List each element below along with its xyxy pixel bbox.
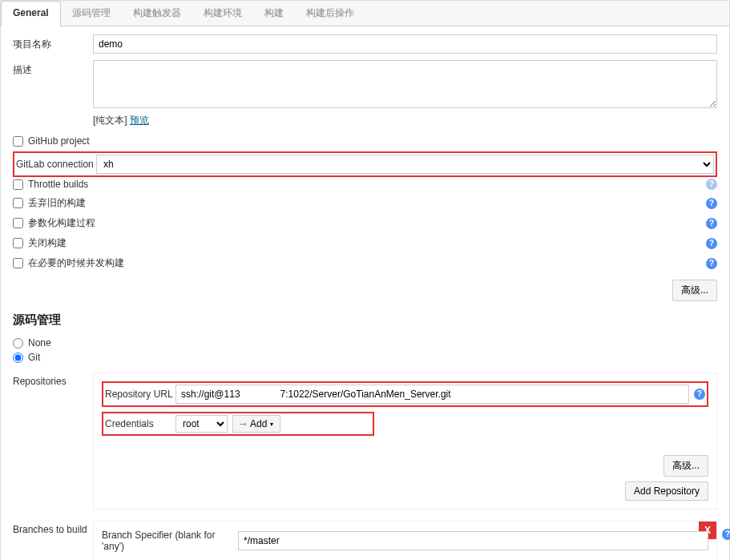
repo-advanced-button[interactable]: 高级... (663, 455, 708, 477)
help-icon[interactable]: ? (722, 529, 730, 540)
credentials-label: Credentials (105, 418, 175, 429)
help-icon[interactable]: ? (706, 218, 717, 229)
add-credentials-label: Add (250, 418, 267, 429)
branch-panel: X Branch Specifier (blank for 'any') (93, 521, 717, 560)
credentials-highlight: Credentials root ⊸ Add ▾ (102, 412, 374, 436)
tab-general[interactable]: General (1, 1, 61, 26)
help-icon[interactable]: ? (706, 258, 717, 269)
repository-panel: Repository URL ? Credentials (93, 373, 717, 510)
description-label: 描述 (13, 60, 93, 77)
gitlab-connection-highlight: GitLab connection xh (13, 151, 717, 177)
concurrent-checkbox[interactable] (13, 258, 23, 268)
parametrize-label: 参数化构建过程 (28, 216, 95, 230)
branch-spec-label: Branch Specifier (blank for 'any') (102, 530, 238, 552)
preview-link[interactable]: 预览 (130, 115, 149, 126)
gitlab-connection-label: GitLab connection (16, 159, 96, 170)
tab-scm[interactable]: 源码管理 (61, 1, 122, 26)
throttle-label: Throttle builds (28, 179, 88, 190)
scm-none-radio[interactable] (13, 338, 23, 348)
disable-build-checkbox[interactable] (13, 238, 23, 248)
description-textarea[interactable] (93, 60, 717, 108)
branch-spec-input[interactable] (238, 531, 708, 550)
throttle-checkbox[interactable] (13, 179, 23, 190)
repo-url-highlight: Repository URL ? (102, 381, 708, 407)
tab-triggers[interactable]: 构建触发器 (122, 1, 192, 26)
plaintext-note: [纯文本] (93, 115, 130, 126)
scm-git-label: Git (28, 352, 40, 363)
concurrent-label: 在必要的时候并发构建 (28, 256, 124, 270)
disable-build-label: 关闭构建 (28, 236, 67, 250)
scm-section-title: 源码管理 (13, 312, 717, 328)
repo-url-label: Repository URL (105, 389, 175, 400)
tab-build[interactable]: 构建 (253, 1, 295, 26)
chevron-down-icon: ▾ (270, 421, 273, 428)
tab-env[interactable]: 构建环境 (192, 1, 253, 26)
repo-url-input[interactable] (175, 385, 689, 404)
advanced-button[interactable]: 高级... (672, 280, 717, 301)
add-repository-button[interactable]: Add Repository (625, 481, 708, 501)
repositories-label: Repositories (13, 373, 93, 387)
project-name-input[interactable] (93, 34, 717, 54)
config-tabs: General 源码管理 构建触发器 构建环境 构建 构建后操作 (1, 1, 729, 26)
tab-post[interactable]: 构建后操作 (295, 1, 365, 26)
help-icon[interactable]: ? (706, 198, 717, 209)
gitlab-connection-select[interactable]: xh (96, 155, 714, 174)
discard-old-checkbox[interactable] (13, 198, 23, 208)
key-icon: ⊸ (240, 419, 247, 429)
github-project-label: GitHub project (28, 135, 90, 147)
scm-git-radio[interactable] (13, 353, 23, 363)
scm-none-label: None (28, 337, 51, 348)
project-name-label: 项目名称 (13, 34, 93, 51)
add-credentials-button[interactable]: ⊸ Add ▾ (232, 415, 280, 433)
help-icon[interactable]: ? (694, 389, 705, 400)
github-project-checkbox[interactable] (13, 136, 23, 147)
discard-old-label: 丢弃旧的构建 (28, 196, 86, 210)
credentials-select[interactable]: root (175, 415, 228, 433)
help-icon[interactable]: ? (706, 179, 717, 190)
parametrize-checkbox[interactable] (13, 218, 23, 228)
branches-label: Branches to build (13, 521, 93, 535)
help-icon[interactable]: ? (706, 238, 717, 249)
